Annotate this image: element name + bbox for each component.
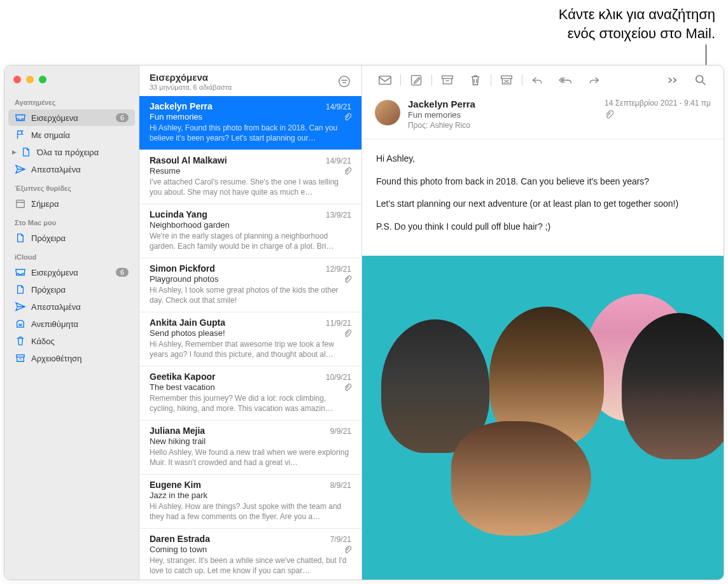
- message-list-header: Εισερχόμενα 33 μηνύματα, 6 αδιάβαστα: [139, 66, 361, 96]
- message-preview: Hi Ashley, How are things? Just spoke wi…: [150, 501, 351, 522]
- unread-badge: 6: [116, 268, 129, 277]
- sidebar-heading: Στο Mac μου: [4, 212, 139, 229]
- message-item[interactable]: Geetika Kapoor10/9/21The best vacationRe…: [139, 366, 361, 421]
- toolbar-separator: [400, 74, 401, 86]
- email-paragraph: Found this photo from back in 2018. Can …: [376, 175, 710, 189]
- message-sender: Geetika Kapoor: [150, 372, 215, 382]
- toolbar: [362, 66, 724, 95]
- email-attachment-image[interactable]: [362, 256, 724, 580]
- reply-all-button[interactable]: [552, 72, 580, 88]
- mail-window: ΑγαπημένεςΕισερχόμενα6Με σημαία▶Όλα τα π…: [4, 65, 724, 580]
- message-item[interactable]: Eugene Kim8/9/21Jazz in the parkHi Ashle…: [139, 475, 361, 529]
- sender-avatar[interactable]: [375, 100, 400, 125]
- sidebar-item[interactable]: Πρόχειρα: [8, 230, 135, 246]
- flag-icon: [15, 129, 26, 141]
- sent-icon: [15, 163, 26, 175]
- message-date: 10/9/21: [326, 373, 351, 382]
- sidebar-item[interactable]: Κάδος: [8, 333, 135, 349]
- message-date: 13/9/21: [326, 211, 351, 219]
- message-sender: Lucinda Yang: [150, 209, 207, 219]
- message-subject: Playground photos: [150, 274, 218, 284]
- to-value: Ashley Rico: [430, 121, 470, 130]
- fullscreen-window-button[interactable]: [39, 76, 46, 83]
- inbox-icon: [15, 112, 26, 123]
- svg-rect-3: [379, 76, 391, 85]
- message-date: 8/9/21: [330, 481, 351, 490]
- message-item[interactable]: Jackelyn Perra14/9/21Fun memoriesHi Ashl…: [139, 96, 361, 150]
- message-preview: Hello Ashley, We found a new trail when …: [150, 447, 351, 468]
- doc-icon: [15, 284, 26, 295]
- toolbar-separator: [491, 74, 491, 86]
- compose-button[interactable]: [402, 72, 430, 88]
- message-sender: Simon Pickford: [150, 263, 215, 274]
- message-subject: New hiking trail: [150, 436, 206, 446]
- email-paragraph: Hi Ashley,: [376, 152, 710, 166]
- message-subject: Send photos please!: [150, 328, 225, 338]
- sidebar-item[interactable]: Ανεπιθύμητα: [8, 316, 135, 332]
- sidebar-item-label: Εισερχόμενα: [31, 113, 116, 123]
- attachment-icon: [344, 546, 351, 553]
- sidebar-item[interactable]: Αρχειοθέτηση: [8, 350, 135, 366]
- svg-rect-0: [17, 200, 24, 208]
- message-sender: Ankita Jain Gupta: [150, 317, 225, 328]
- message-date: 12/9/21: [326, 265, 351, 274]
- sidebar-item[interactable]: Πρόχειρα: [8, 281, 135, 298]
- sidebar: ΑγαπημένεςΕισερχόμενα6Με σημαία▶Όλα τα π…: [4, 66, 139, 580]
- email-paragraph: P.S. Do you think I could pull off blue …: [376, 220, 710, 234]
- sidebar-item[interactable]: Σήμερα: [8, 195, 135, 212]
- sidebar-heading: Αγαπημένες: [4, 92, 139, 109]
- sidebar-item[interactable]: ▶Όλα τα πρόχειρα: [8, 144, 135, 160]
- filter-button[interactable]: [337, 74, 351, 88]
- sidebar-item[interactable]: Εισερχόμενα6: [8, 109, 135, 126]
- sidebar-item-label: Σήμερα: [31, 199, 129, 209]
- archive-button[interactable]: [433, 72, 461, 88]
- email-paragraph: Let's start planning our next adventure …: [376, 197, 710, 211]
- reply-button[interactable]: [524, 72, 552, 88]
- junk-button[interactable]: [493, 72, 521, 88]
- svg-point-7: [696, 76, 703, 83]
- message-preview: I've attached Carol's resume. She's the …: [150, 177, 351, 197]
- message-subject: Neighborhood garden: [150, 220, 230, 230]
- svg-point-2: [339, 76, 350, 87]
- svg-rect-6: [501, 76, 512, 78]
- message-preview: Remember this journey? We did a lot: roc…: [150, 393, 351, 414]
- close-window-button[interactable]: [13, 76, 21, 83]
- sidebar-item[interactable]: Απεσταλμένα: [8, 298, 135, 315]
- delete-button[interactable]: [461, 72, 489, 88]
- sidebar-item-label: Ανεπιθύμητα: [31, 319, 129, 329]
- junk-icon: [15, 318, 26, 330]
- get-mail-button[interactable]: [371, 72, 399, 88]
- message-preview: Hi Ashley, Remember that awesome trip we…: [150, 339, 351, 359]
- sidebar-item-label: Πρόχειρα: [31, 233, 129, 243]
- more-button[interactable]: [659, 72, 687, 88]
- sidebar-heading: iCloud: [4, 247, 139, 263]
- help-annotation: Κάντε κλικ για αναζήτηση ενός στοιχείου …: [559, 5, 715, 43]
- message-list-pane: Εισερχόμενα 33 μηνύματα, 6 αδιάβαστα Jac…: [139, 66, 362, 580]
- search-button[interactable]: [687, 72, 715, 88]
- sidebar-item[interactable]: Απεσταλμένα: [8, 161, 135, 177]
- attachment-icon[interactable]: [605, 110, 711, 119]
- message-item[interactable]: Juliana Mejia9/9/21New hiking trailHello…: [139, 421, 361, 475]
- email-subject: Fun memories: [408, 110, 597, 120]
- minimize-window-button[interactable]: [26, 76, 34, 83]
- message-item[interactable]: Lucinda Yang13/9/21Neighborhood gardenWe…: [139, 204, 361, 258]
- attachment-icon: [344, 330, 351, 337]
- message-item[interactable]: Simon Pickford12/9/21Playground photosHi…: [139, 258, 361, 312]
- window-controls: [4, 71, 139, 92]
- forward-button[interactable]: [580, 72, 608, 88]
- message-preview: Hi Ashley, I took some great photos of t…: [150, 285, 351, 305]
- message-item[interactable]: Ankita Jain Gupta11/9/21Send photos plea…: [139, 312, 361, 366]
- sidebar-item[interactable]: Εισερχόμενα6: [8, 264, 135, 281]
- annotation-line2: ενός στοιχείου στο Mail.: [559, 24, 715, 43]
- doc-icon: [20, 146, 32, 158]
- sidebar-item-label: Απεσταλμένα: [31, 302, 129, 312]
- message-item[interactable]: Rasoul Al Malkawi14/9/21ResumeI've attac…: [139, 150, 361, 204]
- sidebar-item[interactable]: Με σημαία: [8, 127, 135, 143]
- mailbox-subtitle: 33 μηνύματα, 6 αδιάβαστα: [150, 83, 232, 91]
- message-date: 14/9/21: [326, 102, 351, 111]
- message-item[interactable]: Daren Estrada7/9/21Coming to townHey, st…: [139, 529, 361, 580]
- message-list[interactable]: Jackelyn Perra14/9/21Fun memoriesHi Ashl…: [139, 96, 361, 580]
- inbox-icon: [15, 267, 26, 278]
- message-subject: Jazz in the park: [150, 490, 207, 500]
- message-subject: The best vacation: [150, 382, 215, 392]
